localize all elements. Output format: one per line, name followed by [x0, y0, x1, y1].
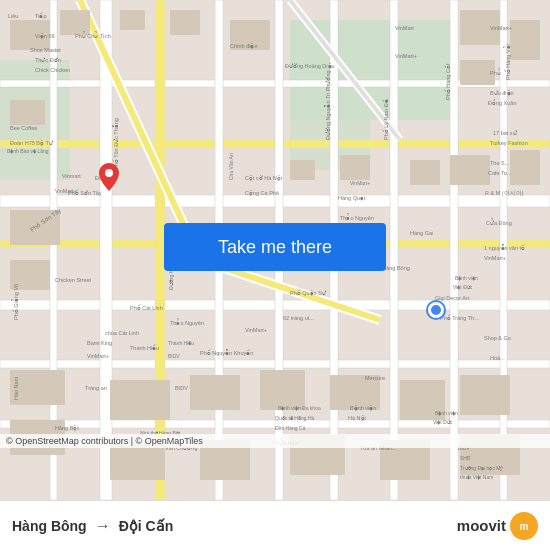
svg-text:Bưu điện: Bưu điện	[490, 90, 514, 97]
svg-text:Cộng Ca Phê: Cộng Ca Phê	[245, 190, 279, 197]
moovit-icon: m	[510, 512, 538, 540]
svg-text:Chicken Street: Chicken Street	[55, 277, 92, 283]
svg-text:R & M (아시아): R & M (아시아)	[485, 190, 524, 196]
svg-rect-29	[120, 10, 145, 30]
moovit-logo: moovit m	[457, 512, 538, 540]
svg-text:Hào Nam: Hào Nam	[13, 376, 19, 400]
svg-text:VinMart+: VinMart+	[55, 188, 77, 194]
svg-text:Hàng Gai: Hàng Gai	[410, 230, 433, 236]
svg-text:Shop & Go: Shop & Go	[484, 335, 511, 341]
svg-text:Trường Đại học Mỹ: Trường Đại học Mỹ	[460, 465, 503, 471]
svg-text:Thực Đơn: Thực Đơn	[35, 57, 61, 64]
svg-rect-30	[170, 10, 200, 35]
svg-text:BIDV: BIDV	[175, 385, 188, 391]
svg-text:VinMart: VinMart	[395, 25, 414, 31]
svg-text:Bệnh viện: Bệnh viện	[435, 410, 458, 416]
svg-text:Phố Hàng Vải: Phố Hàng Vải	[503, 44, 511, 80]
svg-text:Thảo Nguyên: Thảo Nguyên	[170, 318, 204, 326]
svg-text:thuật Việt Nam: thuật Việt Nam	[460, 474, 493, 480]
svg-text:Đồng Xuân: Đồng Xuân	[488, 99, 516, 106]
destination-pin	[99, 163, 119, 187]
svg-text:m: m	[520, 521, 529, 532]
svg-text:Việt Đức: Việt Đức	[433, 419, 453, 425]
svg-rect-43	[190, 375, 240, 410]
take-me-there-button[interactable]: Take me there	[164, 223, 386, 271]
footer-bar: Hàng Bông → Đội Cấn moovit m	[0, 500, 550, 550]
svg-point-140	[105, 169, 113, 177]
svg-text:Chick Chicken: Chick Chicken	[35, 67, 70, 73]
svg-text:Hoà...: Hoà...	[490, 355, 505, 361]
svg-text:Phủ: Phủ	[490, 68, 501, 76]
svg-text:Vinmart: Vinmart	[62, 173, 81, 179]
svg-text:Phố Tràng Th...: Phố Tràng Th...	[440, 314, 479, 321]
svg-text:Đường Nguyễn Tri Phương: Đường Nguyễn Tri Phương	[324, 70, 331, 140]
svg-text:VinMart+: VinMart+	[245, 327, 267, 333]
svg-text:Shoe Master: Shoe Master	[30, 47, 61, 53]
svg-text:Việt Đức: Việt Đức	[453, 284, 473, 290]
svg-text:Bệnh Báo vệ Lăng: Bệnh Báo vệ Lăng	[7, 148, 49, 154]
route-arrow: →	[95, 517, 111, 535]
svg-text:Phố Lý Nam Đế: Phố Lý Nam Đế	[382, 99, 389, 140]
svg-text:Phố Cát Linh: Phố Cát Linh	[130, 304, 163, 311]
svg-text:Cột cờ Hà Nội: Cột cờ Hà Nội	[245, 175, 282, 182]
svg-rect-41	[340, 155, 370, 180]
svg-text:Mercure: Mercure	[365, 375, 385, 381]
svg-text:Chính điện: Chính điện	[230, 43, 258, 50]
svg-rect-44	[260, 370, 305, 410]
svg-text:Hàng Bột: Hàng Bột	[55, 425, 79, 432]
svg-rect-33	[510, 20, 540, 60]
svg-text:Thành Hiếu: Thành Hiếu	[168, 340, 194, 346]
svg-text:Đoàn H75 Bộ Tư: Đoàn H75 Bộ Tư	[10, 140, 54, 147]
svg-text:Tràng an: Tràng an	[85, 385, 107, 391]
current-location-dot	[428, 302, 444, 318]
svg-rect-28	[10, 100, 45, 125]
svg-text:VinMart+: VinMart+	[87, 353, 109, 359]
map-container: Phố Sơn Tây Phố Giảng Võ Hào Nam Phố Tôn…	[0, 0, 550, 500]
route-to: Đội Cấn	[119, 518, 174, 534]
svg-text:Bệnh viện: Bệnh viện	[350, 405, 376, 412]
svg-text:Cửa Đông: Cửa Đông	[486, 218, 512, 226]
svg-text:chùa Cát Linh: chùa Cát Linh	[105, 330, 139, 336]
svg-rect-40	[290, 160, 315, 180]
map-attribution: © OpenStreetMap contributors | © OpenMap…	[0, 434, 550, 448]
svg-text:VinMart+: VinMart+	[350, 180, 370, 186]
svg-text:1 nguyễn văn tố: 1 nguyễn văn tố	[484, 244, 525, 251]
svg-rect-42	[110, 380, 170, 420]
route-from: Hàng Bông	[12, 518, 87, 534]
svg-text:Hà Nội: Hà Nội	[348, 415, 366, 422]
svg-text:62 tràng ut...: 62 tràng ut...	[283, 315, 314, 321]
svg-rect-47	[460, 375, 510, 415]
svg-text:Bami King: Bami King	[87, 340, 112, 346]
route-info: Hàng Bông → Đội Cấn	[12, 517, 457, 535]
svg-text:Liêu: Liêu	[8, 13, 18, 19]
svg-text:Thảo Nguyên: Thảo Nguyên	[340, 213, 374, 221]
svg-text:Phố Nguyễn Khuyến: Phố Nguyễn Khuyến	[200, 349, 253, 356]
svg-rect-37	[410, 160, 440, 185]
svg-text:Đường Hoàng Diệu: Đường Hoàng Diệu	[285, 63, 335, 70]
svg-text:VinMart+: VinMart+	[395, 53, 417, 59]
svg-rect-27	[60, 10, 90, 35]
svg-text:Thành Hiếu: Thành Hiếu	[130, 344, 159, 351]
svg-text:SHB: SHB	[460, 455, 471, 461]
svg-text:Phủ Chủ Tịch: Phủ Chủ Tịch	[75, 31, 111, 40]
svg-text:Phố Giảng Võ: Phố Giảng Võ	[11, 284, 19, 320]
svg-text:Gigi Decor Art: Gigi Decor Art	[435, 295, 470, 301]
svg-text:Viện 69: Viện 69	[35, 33, 55, 40]
svg-text:Phố Hàng Cốt: Phố Hàng Cốt	[444, 63, 451, 100]
svg-rect-16	[390, 0, 398, 500]
svg-text:Turkey Fashion: Turkey Fashion	[490, 140, 528, 146]
svg-rect-38	[450, 155, 490, 185]
moovit-brand-text: moovit	[457, 517, 506, 534]
svg-text:BIDV: BIDV	[168, 353, 180, 359]
svg-text:Chu Văn An: Chu Văn An	[228, 153, 234, 180]
svg-text:Tiếp: Tiếp	[35, 12, 46, 19]
svg-rect-17	[450, 0, 458, 500]
svg-text:Đèn Hàng Cá: Đèn Hàng Cá	[275, 425, 306, 431]
svg-text:VinMart+: VinMart+	[484, 255, 506, 261]
svg-text:Quốc tế Hồng Hà: Quốc tế Hồng Hà	[275, 415, 315, 421]
svg-text:The S...: The S...	[490, 160, 510, 166]
svg-text:Bệnh viện Đa khoa: Bệnh viện Đa khoa	[278, 405, 321, 411]
svg-text:VinMart+: VinMart+	[490, 25, 512, 31]
svg-text:Bệnh viện: Bệnh viện	[455, 275, 478, 281]
svg-text:Phố Quận Sự: Phố Quận Sự	[290, 289, 327, 297]
